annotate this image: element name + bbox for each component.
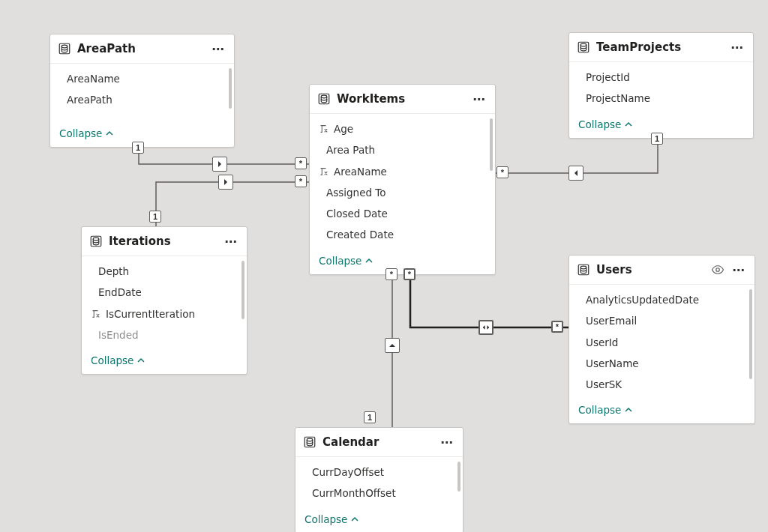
field-row[interactable]: UserId <box>569 332 754 353</box>
field-row[interactable]: Age <box>310 118 495 139</box>
field-row[interactable]: Assigned To <box>310 182 495 203</box>
field-row[interactable]: Closed Date <box>310 203 495 224</box>
more-menu-button[interactable]: ⋯ <box>730 262 747 278</box>
svg-point-10 <box>716 268 720 272</box>
cardinality-many: * <box>295 175 307 187</box>
table-title: TeamProjects <box>596 40 723 54</box>
field-row[interactable]: IsEnded <box>82 324 247 345</box>
svg-point-1 <box>62 45 68 48</box>
field-row[interactable]: AreaPath <box>50 89 234 110</box>
field-row[interactable]: IsCurrentIteration <box>82 303 247 324</box>
chevron-up-icon <box>136 356 146 365</box>
svg-point-3 <box>93 238 99 241</box>
table-title: Calendar <box>322 435 433 449</box>
field-row[interactable]: ProjectId <box>569 67 753 88</box>
field-row[interactable]: AreaName <box>50 68 234 89</box>
direction-arrow-icon <box>385 338 400 353</box>
model-canvas[interactable]: AreaPath ⋯ AreaName AreaPath Collapse <box>0 0 768 532</box>
chevron-up-icon <box>350 515 359 524</box>
more-menu-button[interactable]: ⋯ <box>471 91 488 107</box>
field-row[interactable]: CurrDayOffset <box>296 462 463 483</box>
table-header: Iterations ⋯ <box>82 227 247 256</box>
fx-icon <box>317 123 329 135</box>
cardinality-many: * <box>404 268 416 280</box>
more-menu-button[interactable]: ⋯ <box>439 434 455 450</box>
chevron-up-icon <box>624 120 633 129</box>
svg-point-12 <box>307 438 313 441</box>
fx-icon <box>317 166 329 178</box>
fx-icon <box>89 308 101 320</box>
field-row[interactable]: AreaName <box>310 161 495 182</box>
field-list: CurrDayOffset CurrMonthOffset <box>296 457 463 509</box>
field-list: AreaName AreaPath <box>50 64 234 123</box>
field-row[interactable]: UserSK <box>569 374 754 395</box>
cardinality-many: * <box>386 268 398 280</box>
database-icon <box>317 92 331 106</box>
table-header: WorkItems ⋯ <box>310 85 495 114</box>
bidirectional-icon <box>478 320 494 335</box>
svg-point-9 <box>580 266 586 269</box>
table-card-workitems[interactable]: WorkItems ⋯ Age Area Path Ar <box>309 84 496 275</box>
database-icon <box>577 263 590 276</box>
field-row[interactable]: EndDate <box>82 282 247 303</box>
field-row[interactable]: AnalyticsUpdatedDate <box>569 289 754 310</box>
table-card-areapath[interactable]: AreaPath ⋯ AreaName AreaPath Collapse <box>50 34 235 148</box>
field-list: Depth EndDate IsCurrentIteration IsEnded <box>82 256 247 350</box>
more-menu-button[interactable]: ⋯ <box>729 39 746 55</box>
database-icon <box>89 235 103 248</box>
chevron-up-icon <box>364 256 374 265</box>
scrollbar[interactable] <box>749 289 752 379</box>
database-icon <box>577 40 590 54</box>
table-card-iterations[interactable]: Iterations ⋯ Depth EndDate IsCurrentIter… <box>81 226 248 375</box>
direction-arrow-icon <box>568 166 584 181</box>
scrollbar[interactable] <box>229 68 232 109</box>
table-header: AreaPath ⋯ <box>50 34 234 64</box>
table-header: Calendar ⋯ <box>296 428 463 457</box>
svg-point-5 <box>321 95 327 98</box>
field-row-overflow <box>50 111 234 118</box>
table-card-users[interactable]: Users ⋯ AnalyticsUpdatedDate UserEmail U… <box>568 255 755 424</box>
more-menu-button[interactable]: ⋯ <box>223 233 239 250</box>
table-title: Iterations <box>109 235 217 248</box>
cardinality-many: * <box>496 166 508 178</box>
scrollbar[interactable] <box>458 462 460 492</box>
field-list: AnalyticsUpdatedDate UserEmail UserId Us… <box>569 285 754 399</box>
table-header: Users ⋯ <box>569 256 754 285</box>
database-icon <box>303 435 316 449</box>
scrollbar[interactable] <box>242 261 244 319</box>
table-header: TeamProjects ⋯ <box>569 33 753 62</box>
table-card-calendar[interactable]: Calendar ⋯ CurrDayOffset CurrMonthOffset… <box>295 427 464 532</box>
field-row[interactable]: Area Path <box>310 139 495 160</box>
field-row[interactable]: UserEmail <box>569 310 754 331</box>
field-row[interactable]: ProjectName <box>569 88 753 109</box>
database-icon <box>58 42 71 55</box>
table-card-teamprojects[interactable]: TeamProjects ⋯ ProjectId ProjectName Col… <box>568 32 754 139</box>
scrollbar[interactable] <box>490 118 493 171</box>
cardinality-one: 1 <box>364 411 376 423</box>
chevron-up-icon <box>105 129 114 138</box>
cardinality-many: * <box>295 157 307 169</box>
field-row[interactable]: Depth <box>82 261 247 282</box>
collapse-button[interactable]: Collapse <box>82 350 247 374</box>
direction-arrow-icon <box>212 157 227 172</box>
more-menu-button[interactable]: ⋯ <box>210 40 226 57</box>
direction-arrow-icon <box>218 175 233 190</box>
cardinality-many: * <box>551 321 563 333</box>
collapse-button[interactable]: Collapse <box>569 399 754 423</box>
collapse-button[interactable]: Collapse <box>310 250 495 274</box>
table-title: Users <box>596 263 705 276</box>
table-title: AreaPath <box>77 42 204 55</box>
table-title: WorkItems <box>337 92 465 106</box>
field-row[interactable]: CurrMonthOffset <box>296 483 463 504</box>
field-list: Age Area Path AreaName Assigned To Close… <box>310 114 495 250</box>
field-row[interactable]: Created Date <box>310 224 495 245</box>
cardinality-one: 1 <box>149 211 161 223</box>
svg-point-7 <box>580 43 586 46</box>
field-row[interactable]: UserName <box>569 353 754 374</box>
chevron-up-icon <box>624 405 633 414</box>
cardinality-one: 1 <box>651 133 663 145</box>
eye-icon[interactable] <box>711 263 724 276</box>
cardinality-one: 1 <box>132 142 144 154</box>
field-list: ProjectId ProjectName <box>569 62 753 114</box>
collapse-button[interactable]: Collapse <box>296 509 463 533</box>
